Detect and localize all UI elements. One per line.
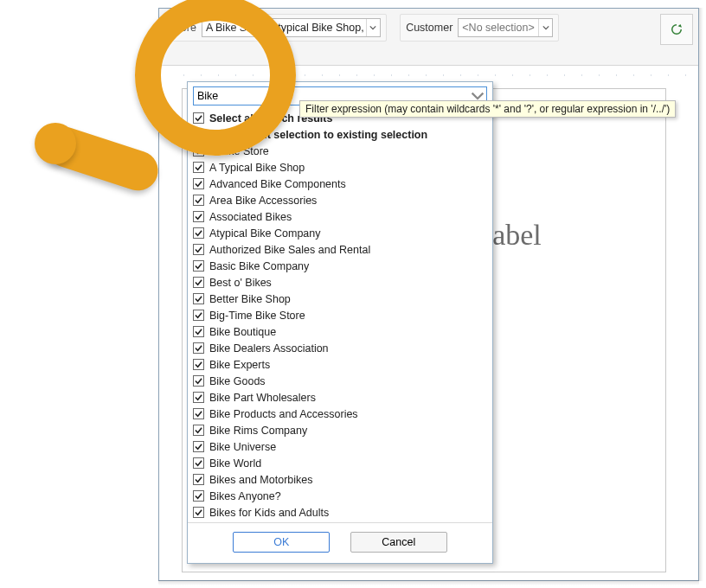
customer-select-value: <No selection>: [462, 22, 534, 34]
shadow: [699, 8, 703, 581]
list-item-label: Associated Bikes: [209, 211, 292, 223]
list-item-label: Bikes and Motorbikes: [209, 474, 313, 486]
checkbox-checked-icon[interactable]: [193, 260, 204, 272]
list-item[interactable]: Area Bike Accessories: [188, 192, 492, 208]
list-item[interactable]: Bikes Anyone?: [188, 488, 492, 504]
checkbox-checked-icon[interactable]: [193, 441, 204, 452]
checkbox-checked-icon[interactable]: [193, 162, 204, 173]
list-item-label: Bike Experts: [209, 359, 270, 371]
checkbox-checked-icon[interactable]: [193, 293, 204, 304]
checkbox-checked-icon[interactable]: [193, 326, 204, 337]
checkbox-checked-icon[interactable]: [193, 145, 204, 157]
customer-filter-group: Customer <No selection>: [400, 14, 559, 42]
store-select-value: A Bike Store, Atypical Bike Shop,: [206, 22, 364, 34]
list-item-label: Atypical Bike Company: [209, 227, 321, 240]
list-item[interactable]: Bike Rims Company: [188, 422, 492, 438]
checkbox-checked-icon[interactable]: [193, 112, 204, 124]
add-current-label: Add current selection to existing select…: [209, 129, 427, 141]
checkbox-checked-icon[interactable]: [193, 425, 204, 436]
checkbox-checked-icon[interactable]: [193, 392, 204, 403]
add-current-row[interactable]: Add current selection to existing select…: [188, 126, 492, 143]
list-item-label: Advanced Bike Components: [209, 178, 346, 190]
store-label: Store: [170, 22, 202, 34]
ok-button[interactable]: OK: [233, 532, 330, 553]
list-item-label: Bike Boutique: [209, 326, 276, 338]
checkbox-checked-icon[interactable]: [193, 178, 204, 189]
list-item[interactable]: Bike Products and Accessories: [188, 406, 492, 422]
checkbox-checked-icon[interactable]: [193, 129, 204, 140]
chevron-down-icon: [366, 19, 380, 36]
list-item[interactable]: Bikes for Kids and Adults: [188, 504, 492, 521]
list-item[interactable]: Bikes and Motorbikes: [188, 471, 492, 488]
list-item-label: Bike Rims Company: [209, 425, 307, 437]
list-item-label: Bike Part Wholesalers: [209, 392, 316, 404]
cancel-button[interactable]: Cancel: [350, 532, 447, 553]
list-item-label: Bike Goods: [209, 375, 266, 387]
options-list[interactable]: Select all search results Add current se…: [188, 108, 492, 522]
list-item[interactable]: Better Bike Shop: [188, 291, 492, 307]
dialog-buttons: OK Cancel: [188, 522, 492, 563]
list-item[interactable]: Associated Bikes: [188, 208, 492, 225]
list-item-label: Bike Products and Accessories: [209, 408, 358, 420]
list-item-label: Better Bike Shop: [209, 293, 291, 305]
list-item[interactable]: Big-Time Bike Store: [188, 307, 492, 323]
checkbox-checked-icon[interactable]: [193, 244, 204, 255]
list-item-label: Basic Bike Company: [209, 260, 309, 272]
list-item-label: Bikes Anyone?: [209, 490, 281, 502]
checkbox-checked-icon[interactable]: [193, 507, 204, 518]
toolbar: Store A Bike Store, Atypical Bike Shop, …: [159, 9, 698, 66]
list-item-label: Bike Universe: [209, 441, 276, 453]
list-item[interactable]: Bike Goods: [188, 373, 492, 389]
filter-tooltip: Filter expression (may contain wildcards…: [299, 100, 676, 118]
checkbox-checked-icon[interactable]: [193, 211, 204, 222]
checkbox-checked-icon[interactable]: [193, 195, 204, 206]
list-item-label: Authorized Bike Sales and Rental: [209, 244, 370, 256]
list-item[interactable]: Advanced Bike Components: [188, 176, 492, 192]
list-item[interactable]: A Typical Bike Shop: [188, 159, 492, 176]
checkbox-checked-icon[interactable]: [193, 359, 204, 370]
app-window: Store A Bike Store, Atypical Bike Shop, …: [158, 8, 699, 581]
ruler: [183, 74, 690, 76]
checkbox-checked-icon[interactable]: [193, 408, 204, 419]
list-item-label: Area Bike Accessories: [209, 195, 317, 207]
list-item-label: Best o' Bikes: [209, 277, 272, 289]
list-item[interactable]: Authorized Bike Sales and Rental: [188, 241, 492, 258]
customer-select[interactable]: <No selection>: [458, 18, 553, 37]
list-item[interactable]: Bike World: [188, 455, 492, 471]
store-filter-group: Store A Bike Store, Atypical Bike Shop,: [164, 14, 387, 42]
list-item[interactable]: Bike Dealers Association: [188, 340, 492, 356]
list-item-label: Bike Dealers Association: [209, 342, 329, 355]
list-item[interactable]: A Bike Store: [188, 143, 492, 159]
list-item[interactable]: Bike Boutique: [188, 323, 492, 340]
checkbox-checked-icon[interactable]: [193, 227, 204, 239]
multiselect-dropdown: Select all search results Add current se…: [187, 81, 493, 564]
list-item[interactable]: Best o' Bikes: [188, 274, 492, 291]
checkbox-checked-icon[interactable]: [193, 375, 204, 387]
customer-label: Customer: [406, 22, 458, 34]
checkbox-checked-icon[interactable]: [193, 474, 204, 485]
list-item[interactable]: Bike Experts: [188, 356, 492, 373]
list-item-label: Bike World: [209, 457, 261, 470]
store-select[interactable]: A Bike Store, Atypical Bike Shop,: [202, 18, 381, 37]
list-item-label: Bikes for Kids and Adults: [209, 507, 329, 519]
chevron-down-icon: [538, 19, 552, 36]
list-item-label: A Bike Store: [209, 145, 269, 157]
list-item[interactable]: Atypical Bike Company: [188, 225, 492, 241]
list-item-label: Big-Time Bike Store: [209, 310, 305, 322]
refresh-button[interactable]: [660, 14, 693, 45]
shadow: [158, 580, 699, 585]
list-item[interactable]: Bike Universe: [188, 438, 492, 455]
refresh-icon: [669, 22, 684, 37]
list-item[interactable]: Basic Bike Company: [188, 258, 492, 274]
checkbox-checked-icon[interactable]: [193, 490, 204, 502]
checkbox-checked-icon[interactable]: [193, 342, 204, 354]
checkbox-checked-icon[interactable]: [193, 310, 204, 321]
checkbox-checked-icon[interactable]: [193, 277, 204, 288]
checkbox-checked-icon[interactable]: [193, 457, 204, 469]
list-item-label: A Typical Bike Shop: [209, 162, 305, 174]
list-item[interactable]: Bike Part Wholesalers: [188, 389, 492, 406]
